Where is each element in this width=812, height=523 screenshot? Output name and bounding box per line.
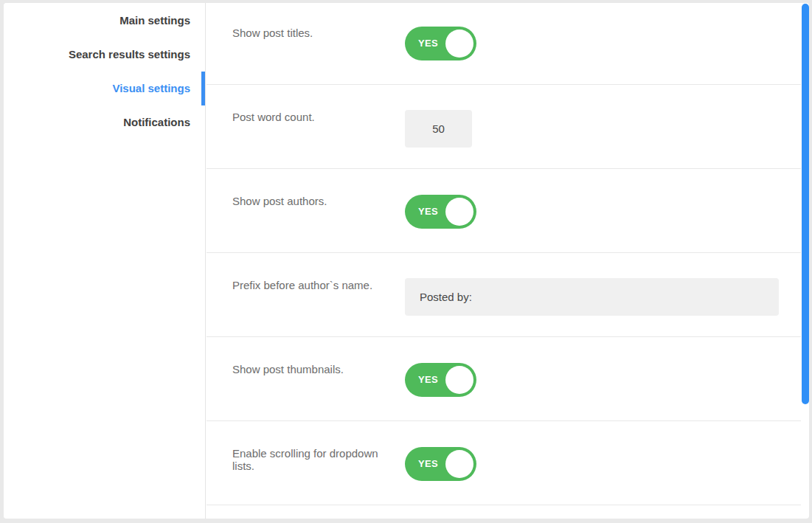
post-word-count-row: Post word count. [207, 85, 801, 169]
author-prefix-input[interactable] [405, 278, 779, 316]
setting-control: YES [405, 446, 779, 481]
sidebar-item-search-results-settings[interactable]: Search results settings [4, 38, 205, 72]
active-indicator-bar [201, 72, 205, 105]
setting-label-text: Show post titles. [232, 27, 313, 39]
show-post-authors-toggle[interactable]: YES [405, 195, 476, 229]
sidebar-item-label: Visual settings [112, 82, 190, 94]
toggle-state-label: YES [418, 27, 438, 60]
toggle-knob [445, 30, 473, 58]
setting-label: Prefix before author`s name. [232, 277, 405, 291]
dropdown-scrolling-toggle[interactable]: YES [405, 447, 476, 481]
sidebar-item-visual-settings[interactable]: Visual settings [4, 72, 205, 105]
setting-label: Show post titles. [232, 25, 405, 39]
sidebar-item-notifications[interactable]: Notifications [4, 105, 205, 139]
show-post-titles-toggle[interactable]: YES [405, 27, 476, 60]
sidebar-item-label: Notifications [123, 116, 190, 128]
show-post-authors-row: Show post authors. YES [207, 169, 801, 253]
setting-control: YES [405, 193, 779, 229]
toggle-state-label: YES [418, 195, 438, 229]
setting-control: YES [405, 25, 779, 60]
show-post-titles-row: Show post titles. YES [207, 3, 801, 85]
show-post-thumbnails-toggle[interactable]: YES [405, 363, 476, 397]
toggle-state-label: YES [418, 363, 438, 397]
toggle-knob [445, 198, 473, 226]
setting-label-text: Enable scrolling for dropdown lists. [232, 447, 389, 473]
setting-control: YES [405, 361, 779, 397]
sidebar-item-label: Main settings [119, 14, 190, 27]
setting-label: Post word count. [232, 109, 405, 123]
scrollbar-thumb[interactable] [802, 4, 809, 404]
dropdown-scrolling-row: Enable scrolling for dropdown lists. YES [207, 421, 801, 505]
setting-label-text: Show post thumbnails. [232, 363, 344, 375]
author-prefix-row: Prefix before author`s name. [207, 253, 801, 337]
sidebar-item-main-settings[interactable]: Main settings [4, 4, 205, 38]
setting-label: Show post thumbnails. [232, 361, 405, 375]
toggle-state-label: YES [418, 447, 438, 481]
post-word-count-input[interactable] [405, 110, 472, 148]
setting-label-text: Post word count. [232, 111, 315, 123]
show-post-thumbnails-row: Show post thumbnails. YES [207, 337, 801, 421]
setting-label: Show post authors. [232, 193, 405, 207]
setting-control [405, 109, 779, 148]
toggle-knob [445, 450, 473, 478]
toggle-knob [445, 366, 473, 394]
setting-label: Enable scrolling for dropdown lists. [232, 446, 405, 473]
visual-settings-panel: Show post titles. YES Post word count. [207, 3, 801, 519]
settings-card: Main settings Search results settings Vi… [4, 3, 809, 519]
settings-screen: Main settings Search results settings Vi… [0, 0, 812, 523]
settings-sidebar: Main settings Search results settings Vi… [4, 3, 206, 519]
sidebar-item-label: Search results settings [69, 48, 190, 60]
setting-label-text: Show post authors. [232, 195, 327, 207]
setting-control [405, 277, 779, 316]
setting-label-text: Prefix before author`s name. [232, 279, 372, 291]
